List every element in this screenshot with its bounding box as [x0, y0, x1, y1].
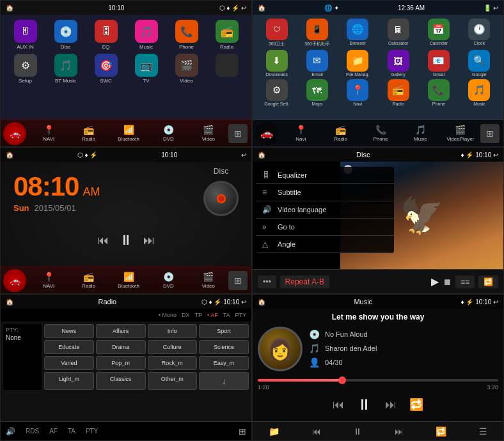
pty-down[interactable]: ↓: [199, 372, 249, 390]
play-button-p6[interactable]: ⏸: [357, 396, 372, 414]
mono-indicator[interactable]: • Mono: [159, 312, 177, 318]
app-googlesett[interactable]: ⚙Google Sett.: [258, 79, 295, 106]
app-navi-p2[interactable]: 📍Navi: [339, 79, 377, 106]
nav-dvd-p3[interactable]: 💿DVD: [148, 272, 188, 289]
pty-drama[interactable]: Drama: [96, 340, 146, 354]
tp-indicator[interactable]: TP: [194, 312, 202, 318]
nav-videoplayer-p2[interactable]: 🎬VideoPlayer: [441, 125, 480, 142]
app-music[interactable]: 🎵Music: [128, 20, 164, 50]
ta-indicator[interactable]: TA: [223, 312, 230, 318]
pty-classics[interactable]: Classics: [96, 372, 146, 390]
pty-label-bottom[interactable]: PTY: [86, 428, 98, 435]
play-button-p4[interactable]: ▶: [431, 275, 439, 288]
pty-easym[interactable]: Easy_m: [199, 356, 249, 370]
grid-button-p5[interactable]: ⊞: [239, 426, 246, 437]
app-browser[interactable]: 🌐Browser: [339, 19, 377, 47]
back-icon-p3[interactable]: ↩: [241, 151, 246, 159]
folder-button[interactable]: 📁: [269, 426, 280, 437]
af-indicator[interactable]: • AF: [207, 312, 218, 318]
pty-lightm[interactable]: Light_m: [44, 372, 94, 390]
app-calculator[interactable]: 🖩Calculator: [379, 19, 417, 47]
grid-button-p2[interactable]: ⊞: [480, 124, 500, 143]
app-downloads[interactable]: ⬇Downloads: [258, 50, 295, 77]
nav-video-p1[interactable]: 🎬Video: [189, 125, 228, 142]
af-label[interactable]: AF: [49, 428, 58, 435]
app-clock[interactable]: 🕐Clock: [461, 19, 498, 47]
menu-equalizer[interactable]: 🎛Equalizer: [256, 167, 394, 184]
pty-rockm[interactable]: Rock_m: [148, 356, 198, 370]
app-eq[interactable]: 🎛EQ: [88, 20, 124, 50]
nav-radio-p1[interactable]: 📻Radio: [68, 125, 108, 142]
grid-button-p3[interactable]: ⊞: [228, 271, 248, 290]
app-radio[interactable]: 📻Radio: [209, 20, 245, 50]
prev-button-p3[interactable]: ⏮: [97, 234, 109, 247]
nav-navi-p1[interactable]: 📍NAVI: [29, 125, 68, 142]
pty-sport[interactable]: Sport: [199, 324, 249, 338]
ta-label[interactable]: TA: [68, 428, 75, 435]
nav-bluetooth-p3[interactable]: 📶Bluetooth: [109, 272, 148, 289]
app-aux[interactable]: 🎚AUX IN: [7, 20, 43, 50]
pty-popm[interactable]: Pop_m: [96, 356, 146, 370]
menu-videolang[interactable]: 🔊Video language: [256, 201, 394, 219]
app-music-p2[interactable]: 🎵Music: [461, 79, 498, 106]
app-360zs[interactable]: 📱360手机助手: [298, 19, 336, 47]
list-bottom-button[interactable]: ☰: [479, 426, 487, 437]
repeat-ab-button[interactable]: Repeat A-B: [280, 275, 329, 288]
play-bottom-button[interactable]: ⏸: [353, 426, 362, 437]
car-button-p3[interactable]: 🚗: [3, 269, 26, 292]
pty-science[interactable]: Science: [199, 340, 249, 354]
app-google[interactable]: 🔍Google: [461, 50, 498, 77]
more-button[interactable]: •••: [258, 275, 276, 288]
grid-button-p1[interactable]: ⊞: [228, 124, 248, 143]
app-radio-p2[interactable]: 📻Radio: [379, 79, 417, 106]
progress-bar[interactable]: [258, 379, 498, 382]
nav-bluetooth-p1[interactable]: 📶Bluetooth: [109, 125, 148, 142]
pty-news[interactable]: News: [44, 324, 94, 338]
pty-varied[interactable]: Varied: [44, 356, 94, 370]
nav-music-p2[interactable]: 🎵Music: [400, 125, 440, 142]
pty-educate[interactable]: Educate: [44, 340, 94, 354]
app-calendar[interactable]: 📅Calendar: [420, 19, 457, 47]
next-button-p3[interactable]: ⏭: [143, 234, 155, 247]
pty-info[interactable]: Info: [148, 324, 198, 338]
repeat-button-p6[interactable]: 🔁: [409, 398, 423, 412]
next-button-p6[interactable]: ⏭: [385, 398, 397, 412]
dx-indicator[interactable]: DX: [182, 312, 190, 318]
app-phone-p2[interactable]: 📞Phone: [420, 79, 457, 106]
app-email[interactable]: ✉Email: [298, 50, 336, 77]
rds-label[interactable]: RDS: [26, 428, 39, 435]
app-phone[interactable]: 📞Phone: [168, 20, 205, 50]
nav-navi-p3[interactable]: 📍NAVI: [29, 272, 68, 289]
app-gmail[interactable]: 📧Gmail: [420, 50, 457, 77]
app-disc[interactable]: 💿Disc: [47, 20, 84, 50]
car-button-p2[interactable]: 🚗: [255, 122, 278, 145]
app-360ws[interactable]: 🛡360卫士: [258, 19, 295, 47]
app-maps[interactable]: 🗺Maps: [298, 79, 336, 106]
app-btmusic[interactable]: 🎵BT Music: [47, 54, 84, 84]
pty-culture[interactable]: Culture: [148, 340, 198, 354]
play-button-p3[interactable]: ⏸: [119, 232, 133, 249]
pty-indicator[interactable]: PTY: [235, 312, 246, 318]
menu-goto[interactable]: »Go to: [256, 219, 394, 236]
pty-affairs[interactable]: Affairs: [96, 324, 146, 338]
app-gallery[interactable]: 🖼Gallery: [379, 50, 417, 77]
nav-video-p3[interactable]: 🎬Video: [189, 272, 228, 289]
progress-dot[interactable]: [338, 376, 346, 384]
car-button-p1[interactable]: 🚗: [3, 122, 26, 145]
stop-button-p4[interactable]: ⏹: [443, 277, 452, 287]
app-filemanager[interactable]: 📁File Manag.: [339, 50, 377, 77]
app-video[interactable]: 🎬Video: [168, 54, 205, 84]
repeat-button-p4[interactable]: 🔁: [478, 275, 498, 288]
app-tv[interactable]: 📺TV: [128, 54, 164, 84]
home-icon-p1[interactable]: 🏠: [6, 4, 13, 12]
app-setup[interactable]: ⚙Setup: [7, 54, 43, 84]
repeat-bottom-button[interactable]: 🔁: [436, 426, 446, 437]
nav-navi-p2[interactable]: 📍Navi: [281, 125, 320, 142]
prev-button-p6[interactable]: ⏮: [333, 398, 344, 412]
nav-dvd-p1[interactable]: 💿DVD: [148, 125, 188, 142]
nav-radio-p2[interactable]: 📻Radio: [320, 125, 360, 142]
menu-subtitle[interactable]: ≡Subtitle: [256, 184, 394, 201]
nav-radio-p3[interactable]: 📻Radio: [68, 272, 108, 289]
pty-otherm[interactable]: Other_m: [148, 372, 198, 390]
menu-angle[interactable]: △Angle: [256, 236, 394, 253]
